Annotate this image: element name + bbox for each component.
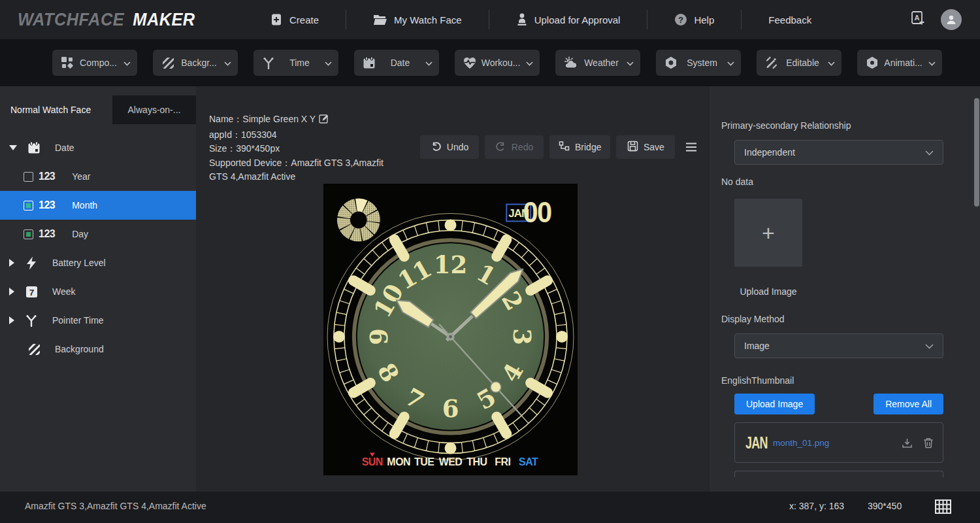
editor-actions: Undo Redo Bridge Save xyxy=(420,135,697,159)
upload-image-dropzone[interactable]: + xyxy=(734,199,802,267)
chevron-down-icon xyxy=(925,147,934,158)
sidebar-item-background[interactable]: Background xyxy=(0,335,196,363)
watchface-name: Simple Green X Y xyxy=(242,114,316,124)
svg-text:A: A xyxy=(915,14,920,22)
toolbar-workout-dropdown[interactable]: Workou... xyxy=(455,50,540,76)
svg-text:9: 9 xyxy=(365,328,393,345)
sidebar-item-day[interactable]: 123 Day xyxy=(0,220,196,248)
toolbar-weather-dropdown[interactable]: Weather xyxy=(555,50,640,76)
sidebar-item-battery-level[interactable]: Battery Level xyxy=(0,248,196,277)
sidebar-item-pointer-time[interactable]: Pointer Time xyxy=(0,306,196,335)
toolbar-label: System xyxy=(678,58,726,68)
sidebar-item-week[interactable]: 7 Week xyxy=(0,277,196,306)
visibility-checkbox[interactable] xyxy=(24,201,33,211)
svg-text:TUE: TUE xyxy=(414,456,434,467)
toolbar-components-dropdown[interactable]: Compo... xyxy=(52,50,137,76)
thumbnail-section-label: EnglishThumbnail xyxy=(721,375,980,386)
trash-icon[interactable] xyxy=(923,437,934,448)
redo-button[interactable]: Redo xyxy=(485,135,544,159)
watchface-preview[interactable]: 123456789101112 JAN 00 SUNMONTUEWEDTHUFR… xyxy=(323,184,578,475)
calendar-icon xyxy=(362,56,376,69)
display-method-select[interactable]: Image xyxy=(734,333,943,358)
nav-upload-approval[interactable]: Upload for Approval xyxy=(489,13,647,26)
expander-right-icon[interactable] xyxy=(9,288,14,295)
calendar-icon xyxy=(27,141,41,154)
tab-always-on-display[interactable]: Always-on-... xyxy=(112,95,196,124)
sidebar-item-year[interactable]: 123 Year xyxy=(0,162,196,191)
app-id: 1053304 xyxy=(241,129,277,140)
visibility-checkbox[interactable] xyxy=(24,172,33,182)
editor-canvas: Name：Simple Green X Y appId：1053304 Size… xyxy=(196,86,708,492)
sidebar-tabs: Normal Watch Face Always-on-... xyxy=(0,95,196,124)
numeric-badge: 123 xyxy=(39,228,55,240)
relationship-value: Independent xyxy=(744,147,925,158)
save-label: Save xyxy=(644,142,664,152)
toolbar-date-dropdown[interactable]: Date xyxy=(354,50,439,76)
toolbar-animation-dropdown[interactable]: Animati... xyxy=(857,50,942,76)
relationship-label: Primary-secondary Relationship xyxy=(721,120,980,131)
toolbar-background-dropdown[interactable]: Backgr... xyxy=(153,50,238,76)
save-button[interactable]: Save xyxy=(616,135,675,159)
thumbnail-list-item-partial[interactable] xyxy=(734,471,943,477)
panel-scrollbar[interactable] xyxy=(974,98,979,207)
thumbnail-filename[interactable]: month_01.png xyxy=(773,438,902,448)
upload-image-button[interactable]: Upload Image xyxy=(734,394,815,414)
edit-name-icon[interactable] xyxy=(319,114,329,128)
top-navbar: WATCHFACE MAKER Create My Watch Face Upl… xyxy=(0,0,980,39)
nav-right: A xyxy=(909,9,962,30)
pointer-time-icon xyxy=(25,314,38,327)
toolbar-system-dropdown[interactable]: System xyxy=(656,50,741,76)
logo-part1: WATCHFACE xyxy=(18,10,124,29)
tree-label: Date xyxy=(55,143,74,153)
nav-my-watch-face[interactable]: My Watch Face xyxy=(346,14,489,25)
svg-text:MON: MON xyxy=(387,456,410,467)
nav-label: Feedback xyxy=(768,14,811,25)
nav-create[interactable]: Create xyxy=(243,13,346,26)
grid-toggle-icon[interactable] xyxy=(935,499,951,516)
chevron-down-icon xyxy=(425,58,433,68)
nav-feedback[interactable]: Feedback xyxy=(742,14,838,25)
info-size-line: Size：390*450px xyxy=(209,142,402,156)
download-icon[interactable] xyxy=(902,437,913,448)
chevron-down-icon xyxy=(224,58,231,68)
bridge-button[interactable]: Bridge xyxy=(549,135,610,159)
help-icon: ? xyxy=(674,13,687,26)
status-devices: Amazfit GTS 3,Amazfit GTS 4,Amazfit Acti… xyxy=(25,501,206,511)
svg-text:WED: WED xyxy=(439,456,463,467)
content-area: Normal Watch Face Always-on-... Date 123… xyxy=(0,86,980,492)
undo-button[interactable]: Undo xyxy=(420,135,479,159)
nav-items: Create My Watch Face Upload for Approval… xyxy=(243,10,838,29)
toolbar-label: Compo... xyxy=(74,58,122,68)
toolbar-time-dropdown[interactable]: Time xyxy=(253,50,338,76)
sidebar-item-date[interactable]: Date xyxy=(0,133,196,162)
relationship-select[interactable]: Independent xyxy=(734,140,943,165)
visibility-checkbox[interactable] xyxy=(24,229,33,239)
expander-spacer xyxy=(9,349,17,350)
thumbnail-buttons: Upload Image Remove All xyxy=(734,394,943,414)
thumbnail-list-item[interactable]: JAN month_01.png xyxy=(734,422,943,463)
tab-normal-watch-face[interactable]: Normal Watch Face xyxy=(0,95,112,124)
toolbar-editable-dropdown[interactable]: Editable xyxy=(757,50,841,76)
svg-text:SUN: SUN xyxy=(362,456,383,467)
undo-icon xyxy=(431,141,442,154)
tree-label: Background xyxy=(55,344,104,354)
info-appid-line: appId：1053304 xyxy=(209,128,402,143)
sidebar-item-month[interactable]: 123 Month xyxy=(0,191,196,220)
undo-label: Undo xyxy=(447,142,468,152)
language-icon[interactable]: A xyxy=(909,10,926,29)
expander-down-icon[interactable] xyxy=(9,145,17,150)
more-menu-icon[interactable] xyxy=(685,143,697,152)
avatar[interactable] xyxy=(941,9,962,30)
numeric-badge: 123 xyxy=(39,171,55,182)
expander-right-icon[interactable] xyxy=(9,259,14,267)
expander-right-icon[interactable] xyxy=(9,316,14,324)
remove-all-button[interactable]: Remove All xyxy=(874,394,943,414)
logo-part2: MAKER xyxy=(133,10,195,29)
info-name-line: Name：Simple Green X Y xyxy=(209,112,402,128)
save-icon xyxy=(627,141,638,154)
component-toolbar: Compo... Backgr... Time Date Workou... xyxy=(0,39,980,86)
nav-help[interactable]: ? Help xyxy=(647,13,741,26)
numeric-badge: 123 xyxy=(39,199,55,211)
status-bar: Amazfit GTS 3,Amazfit GTS 4,Amazfit Acti… xyxy=(0,492,980,523)
chevron-down-icon xyxy=(828,58,835,68)
